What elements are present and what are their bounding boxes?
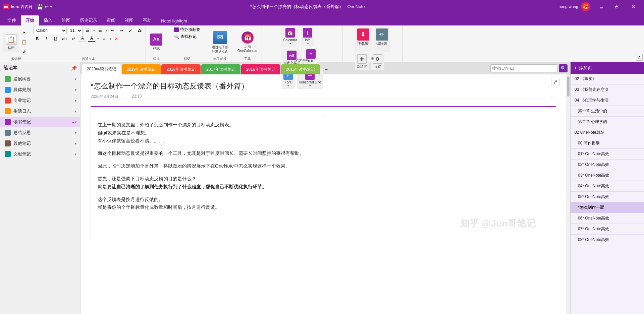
highlight-button[interactable]: A (78, 35, 87, 43)
right-page-item-11[interactable]: 05* OneNote高效 (571, 192, 644, 202)
calendar-plugin-button[interactable]: 📅 Calendar ▾ (281, 27, 299, 47)
edit-macro-button[interactable]: ✏ 编辑宏 (374, 27, 390, 52)
clear-formatting-button[interactable]: ✕ (112, 35, 120, 43)
right-page-item-10[interactable]: 04* OneNote高效 (571, 181, 644, 192)
indent-out-button[interactable]: ⇤ (108, 27, 116, 34)
right-page-item-9[interactable]: 03* OneNote高效 (571, 170, 644, 181)
search-button[interactable]: 🔍 (559, 64, 568, 72)
tab-history[interactable]: 历史记录 (75, 15, 102, 25)
right-page-item-2[interactable]: 04 《心理学与生活 (571, 95, 644, 106)
email-label: 通过电子邮件发送页面 (212, 45, 228, 54)
shenghuo-color (5, 108, 11, 114)
content-scrollbar[interactable] (566, 74, 570, 314)
tab-insert[interactable]: 插入 (39, 15, 57, 25)
tab-2015[interactable]: 2015年读书笔记 (281, 64, 320, 74)
right-page-item-5[interactable]: 02 OneNote总结 (571, 127, 644, 138)
right-page-item-7[interactable]: 01* OneNote高效 (571, 149, 644, 160)
tab-start[interactable]: 开始 (21, 15, 39, 25)
page-title: *怎么制作一个漂亮的目标动态反馈表（番外篇） (91, 81, 556, 91)
italic-button[interactable]: I (42, 35, 50, 43)
font-color-a-button[interactable]: A (136, 27, 144, 34)
cut-button[interactable]: ✂ (19, 28, 29, 37)
right-page-item-12[interactable]: *怎么制作一漂 (571, 202, 644, 213)
restore-button[interactable]: 🗗 (610, 2, 625, 12)
sidebar-item-shenghuo[interactable]: 生活日志 ▾ (0, 106, 80, 117)
zongjie-label: 总结反思 (13, 130, 75, 136)
ribbon-group-font: Calibri 11.5 ☰ ▾ ☰ ▾ ⇤ ⇥ ↙ A B I U ab x² (31, 25, 146, 62)
zhuanye-color (5, 98, 11, 104)
sidebar-pin-button[interactable]: 📌 (71, 65, 77, 71)
quick-access-more[interactable]: ▾ (50, 4, 52, 9)
edit-macro-label: 编辑宏 (376, 41, 387, 46)
quick-access-undo[interactable]: ↩ (45, 4, 49, 9)
right-page-item-13[interactable]: 06* OneNote高效 (571, 213, 644, 224)
tab-review[interactable]: 审阅 (102, 15, 120, 25)
format-painter-button[interactable]: 🖌 (19, 47, 29, 56)
content-scroll-thumb[interactable] (567, 76, 570, 97)
right-page-item-8[interactable]: 02* OneNote高效 (571, 160, 644, 170)
copy-button[interactable]: 📋 (19, 38, 29, 47)
sidebar-item-zongjie[interactable]: 总结反思 ▾ (0, 127, 80, 138)
font-family-select[interactable]: Calibri (33, 27, 67, 34)
tab-draw[interactable]: 绘图 (57, 15, 75, 25)
todo-checkbox-icon (174, 27, 179, 32)
ribbon-group-styles: Aa 样式 样式 (146, 25, 167, 62)
sidebar-item-wenxian[interactable]: 文献笔记 ▾ (0, 149, 80, 160)
find-tags-label[interactable]: 查找标记 (180, 34, 197, 40)
indent-in-button[interactable]: ⇥ (117, 27, 125, 34)
download-macros-button[interactable]: ⬇ 下载宏 (355, 27, 372, 52)
right-page-item-15[interactable]: 08* OneNote高效 (571, 235, 644, 245)
sidebar-item-juti[interactable]: 具体规划 ▾ (0, 84, 80, 95)
tab-2017[interactable]: 2017年读书笔记 (201, 64, 240, 74)
tab-2018[interactable]: 2018年读书笔记 (161, 64, 201, 74)
ribbon-collapse-button[interactable]: ∧ (636, 54, 643, 61)
align-arrow: ▾ (110, 37, 111, 41)
right-page-item-14[interactable]: 07* OneNote高效 (571, 224, 644, 235)
user-avatar[interactable]: 🐯 (581, 2, 590, 11)
font-color-icon: A (88, 36, 95, 42)
tab-2020[interactable]: 2020年读书笔记 (82, 64, 121, 74)
sidebar-item-qita[interactable]: 其他笔记 ▾ (0, 138, 80, 149)
list-numbers-button[interactable]: ☰ (96, 27, 104, 34)
right-page-item-3[interactable]: 第一章 生活中的 (571, 106, 644, 117)
email-page-button[interactable]: ✉ 通过电子邮件发送页面 (209, 29, 231, 55)
underline-button[interactable]: U (51, 35, 59, 43)
info-plugin-button[interactable]: ℹ Info ▾ (301, 27, 314, 47)
tab-2016[interactable]: 2016年读书笔记 (241, 64, 280, 74)
sidebar-item-zhuanye[interactable]: 专业笔记 ▾ (0, 95, 80, 106)
add-page-button[interactable]: + 添加页 (571, 62, 644, 74)
list-bullets-button[interactable]: ☰ (84, 27, 92, 34)
sidebar-item-fazhan[interactable]: 发展纲要 ▾ (0, 74, 80, 84)
quick-access-save[interactable]: 💾 (37, 4, 43, 10)
ribbon-group-email: ✉ 通过电子邮件发送页面 电子邮件 (207, 25, 233, 62)
shrink-button[interactable]: ↙ (126, 27, 135, 34)
tab-view[interactable]: 视图 (120, 15, 138, 25)
bold-button[interactable]: B (33, 35, 41, 43)
right-page-item-6[interactable]: 00 写作提纲 (571, 138, 644, 149)
right-page-item-0[interactable]: 02 《事实》 (571, 74, 644, 84)
font-color-button[interactable]: A (88, 35, 96, 43)
page-content[interactable]: ⤢ *怎么制作一个漂亮的目标动态反馈表（番外篇） 2020年3月24日 22:1… (80, 74, 566, 314)
styles-button[interactable]: Aa 样式 (148, 32, 165, 53)
superscript-button[interactable]: x² (69, 35, 77, 43)
font-size-select[interactable]: 11.5 (68, 27, 83, 34)
right-page-item-4[interactable]: 第二章 心理学的 (571, 117, 644, 127)
paste-button[interactable]: 📋 粘贴 (3, 33, 19, 52)
sidebar-item-dushu[interactable]: 读书笔记 ● ▾ (0, 117, 80, 127)
align-button[interactable]: ≡ (100, 35, 108, 43)
new-macro-button[interactable]: ✚ 新建宏 (355, 53, 369, 70)
watermark: 知乎 @Jun哥笔记 (460, 217, 536, 230)
fullscreen-button[interactable]: ⤢ (551, 78, 559, 86)
minimize-button[interactable]: 🗕 (594, 2, 609, 12)
tab-help[interactable]: 帮助 (138, 15, 156, 25)
onecalendar-button[interactable]: 📅 启动OneCalendar (235, 30, 260, 55)
strikethrough-button[interactable]: ab (60, 35, 68, 43)
tab-notehighlight[interactable]: NoteHighlight (156, 16, 192, 25)
todo-label[interactable]: 待办项标签 (180, 27, 200, 33)
tab-file[interactable]: 文件 (3, 15, 21, 25)
settings-button[interactable]: ⚙ 设置 (371, 53, 384, 70)
tab-2019[interactable]: 2019年读书笔记 (122, 64, 161, 74)
right-page-item-1[interactable]: 03 《我曾走在崩溃 (571, 84, 644, 95)
search-input[interactable] (490, 64, 557, 72)
close-button[interactable]: ✕ (626, 2, 641, 12)
